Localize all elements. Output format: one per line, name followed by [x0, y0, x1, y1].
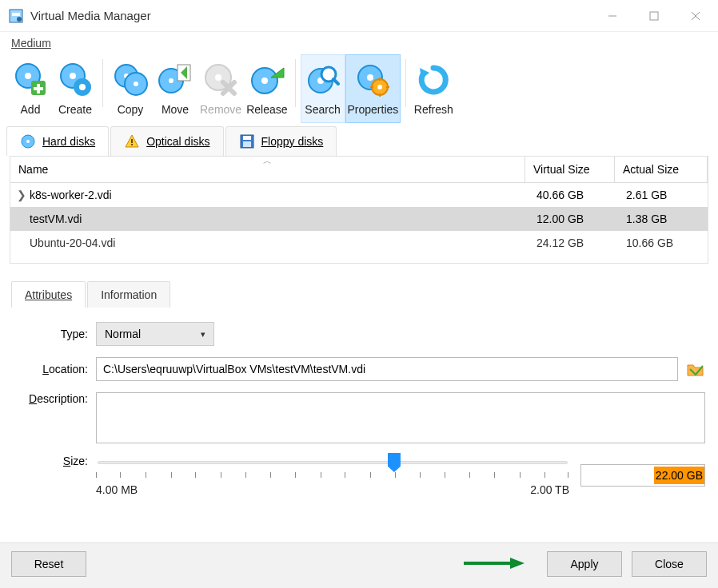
svg-rect-45 [243, 141, 251, 147]
annotation-arrow [462, 556, 526, 570]
svg-point-26 [261, 77, 268, 84]
button-bar: Reset Apply Close [0, 542, 718, 588]
type-combo[interactable]: Normal [96, 322, 214, 346]
maximize-button[interactable] [633, 0, 675, 32]
svg-rect-44 [243, 136, 251, 140]
column-actual-size[interactable]: Actual Size [615, 157, 708, 182]
release-icon [249, 58, 285, 101]
close-button[interactable] [675, 0, 716, 32]
location-input[interactable] [96, 357, 678, 381]
detail-tabs: Attributes Information [11, 281, 718, 308]
sort-indicator-icon: ︿ [263, 155, 272, 167]
description-label: Description: [13, 392, 96, 405]
svg-rect-41 [131, 139, 133, 143]
list-header[interactable]: ︿Name Virtual Size Actual Size [10, 157, 708, 183]
warning-icon [124, 133, 140, 149]
tab-optical-disks[interactable]: Optical disks [110, 126, 223, 156]
type-label: Type: [13, 328, 96, 340]
size-field[interactable]: 22.00 GB [580, 464, 705, 487]
floppy-icon [239, 133, 255, 149]
svg-point-15 [79, 84, 86, 90]
window-title: Virtual Media Manager [30, 9, 151, 22]
release-button[interactable]: Release [244, 54, 289, 123]
copy-button[interactable]: Copy [108, 54, 153, 123]
svg-rect-11 [34, 87, 43, 90]
create-icon [57, 58, 94, 101]
properties-button[interactable]: Properties [345, 54, 401, 123]
minimize-button[interactable] [592, 0, 633, 32]
svg-point-21 [169, 78, 174, 83]
disk-type-tabs: Hard disks Optical disks Floppy disks [6, 126, 718, 156]
search-button[interactable]: Search [301, 54, 345, 123]
column-name[interactable]: ︿Name [10, 157, 525, 182]
menu-medium[interactable]: Medium [11, 37, 51, 50]
apply-button[interactable]: Apply [547, 551, 622, 577]
svg-point-24 [215, 74, 221, 81]
app-icon [8, 8, 24, 24]
table-row[interactable]: ❯ k8s-worker-2.vdi 40.66 GB 2.61 GB [10, 183, 708, 207]
create-button[interactable]: Create [53, 54, 98, 123]
svg-rect-1 [12, 13, 20, 16]
size-min-label: 4.00 MB [96, 483, 138, 496]
folder-icon [687, 361, 704, 377]
slider-thumb[interactable] [388, 453, 401, 472]
disk-list: ︿Name Virtual Size Actual Size ❯ k8s-wor… [10, 156, 708, 264]
size-slider[interactable] [96, 455, 569, 472]
tab-information[interactable]: Information [87, 281, 170, 308]
svg-point-19 [134, 81, 138, 86]
size-max-label: 2.00 TB [530, 483, 569, 496]
svg-point-2 [17, 17, 22, 22]
properties-icon [354, 58, 391, 101]
location-label: Location: [13, 363, 96, 375]
expand-icon[interactable]: ❯ [17, 189, 26, 201]
remove-icon [202, 58, 239, 101]
tab-floppy-disks[interactable]: Floppy disks [225, 126, 337, 156]
move-icon [157, 58, 193, 101]
reset-button[interactable]: Reset [11, 551, 86, 577]
refresh-button[interactable]: Refresh [411, 54, 456, 123]
search-icon [305, 58, 341, 101]
description-textarea[interactable] [96, 392, 705, 443]
table-row[interactable]: testVM.vdi 12.00 GB 1.38 GB [10, 207, 708, 231]
svg-line-30 [333, 79, 338, 84]
size-label: Size: [13, 455, 96, 467]
list-rows[interactable]: ❯ k8s-worker-2.vdi 40.66 GB 2.61 GB test… [10, 183, 708, 263]
copy-icon [112, 58, 149, 101]
svg-rect-4 [650, 12, 658, 20]
column-virtual-size[interactable]: Virtual Size [525, 157, 615, 182]
refresh-icon [415, 58, 452, 101]
slider-ticks [96, 472, 569, 480]
svg-point-13 [70, 73, 76, 79]
size-value: 22.00 GB [654, 467, 704, 484]
svg-point-38 [377, 85, 382, 89]
add-button[interactable]: Add [8, 54, 53, 123]
browse-button[interactable] [686, 360, 705, 379]
svg-rect-42 [131, 144, 133, 145]
attributes-form: Type: Normal Location: Description: Size… [0, 308, 718, 514]
titlebar: Virtual Media Manager [0, 0, 718, 32]
table-row[interactable]: Ubuntu-20-04.vdi 24.12 GB 10.66 GB [10, 231, 708, 255]
svg-point-40 [26, 140, 30, 143]
toolbar: Add Create Copy Move Remove Release Sear… [0, 54, 718, 123]
tab-attributes[interactable]: Attributes [11, 281, 86, 308]
svg-point-8 [25, 73, 31, 79]
add-icon [12, 58, 49, 101]
close-button-bottom[interactable]: Close [632, 551, 707, 577]
hard-disk-icon [20, 133, 36, 149]
remove-button[interactable]: Remove [197, 54, 244, 123]
svg-point-32 [367, 74, 373, 81]
menubar: Medium [0, 32, 718, 54]
move-button[interactable]: Move [153, 54, 197, 123]
tab-hard-disks[interactable]: Hard disks [6, 126, 109, 156]
